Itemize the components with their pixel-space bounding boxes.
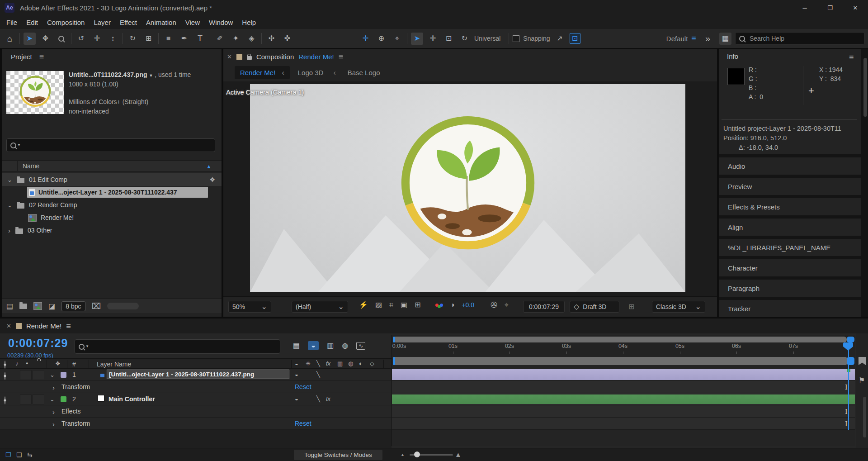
trash-icon[interactable]: ⌧ bbox=[92, 302, 101, 310]
tree-row-comp-render-me[interactable]: Render Me! bbox=[2, 211, 216, 224]
frame-blend-column-icon[interactable]: ▥ bbox=[337, 361, 343, 366]
twirl-icon[interactable]: › bbox=[52, 421, 55, 428]
universal-label[interactable]: Universal bbox=[474, 35, 500, 42]
property-group-label[interactable]: Transform bbox=[61, 420, 90, 427]
rectangle-tool[interactable]: ■ bbox=[162, 33, 175, 45]
composition-panel-menu-icon[interactable]: ≡ bbox=[339, 52, 344, 61]
resolution-dropdown[interactable]: (Half)⌄ bbox=[292, 301, 348, 313]
menu-item-effect[interactable]: Effect bbox=[115, 15, 142, 29]
home-button[interactable]: ⌂ bbox=[4, 33, 16, 45]
info-panel-menu-icon[interactable]: ≡ bbox=[849, 53, 854, 62]
workspace-menu-icon[interactable]: ≡ bbox=[691, 34, 696, 43]
new-folder-icon[interactable] bbox=[19, 304, 27, 309]
shy-column-icon[interactable]: ◒ bbox=[295, 361, 298, 366]
property-group-label[interactable]: Transform bbox=[61, 383, 90, 390]
playhead-head[interactable] bbox=[843, 342, 853, 351]
new-composition-icon[interactable] bbox=[33, 302, 42, 310]
timeline-search-input[interactable] bbox=[92, 343, 276, 351]
layer-name-column[interactable]: Layer Name bbox=[97, 361, 131, 368]
dolly-camera-tool[interactable]: ↕ bbox=[107, 33, 119, 45]
work-area-bar[interactable] bbox=[393, 357, 847, 365]
folder-expanded-icon[interactable]: ⌄ bbox=[7, 177, 12, 183]
collapse-column-icon[interactable]: ✳ bbox=[306, 361, 311, 366]
sort-ascending-icon[interactable]: ▲ bbox=[206, 164, 212, 169]
menu-item-edit[interactable]: Edit bbox=[22, 15, 42, 29]
view-axis-mode[interactable]: ⌖ bbox=[391, 33, 403, 45]
menu-item-composition[interactable]: Composition bbox=[42, 15, 89, 29]
panel-tab-align[interactable]: Align bbox=[719, 219, 861, 236]
quality-column-icon[interactable]: ╲ bbox=[316, 361, 320, 366]
panel-tab-libraries[interactable]: %DL_LIBRARIES_PANEL_NAME bbox=[719, 239, 861, 256]
zoom-tool[interactable] bbox=[55, 33, 67, 45]
panel-tab-audio[interactable]: Audio bbox=[719, 157, 861, 175]
project-search-input[interactable] bbox=[24, 142, 211, 149]
menu-item-window[interactable]: Window bbox=[204, 15, 237, 29]
orbit-camera-tool[interactable]: ↺ bbox=[75, 33, 87, 45]
clone-stamp-tool[interactable]: ✦ bbox=[230, 33, 242, 45]
video-column-icon[interactable] bbox=[5, 361, 5, 369]
reset-link[interactable]: Reset bbox=[295, 420, 311, 427]
footage-thumbnail[interactable] bbox=[6, 71, 64, 114]
menu-item-layer[interactable]: Layer bbox=[89, 15, 115, 29]
transparency-grid-icon[interactable]: ▨ bbox=[375, 301, 382, 309]
pan-behind-tool[interactable]: ⊞ bbox=[142, 33, 155, 45]
navigator-end-handle[interactable] bbox=[847, 337, 854, 342]
label-column-icon[interactable]: ❖ bbox=[55, 361, 61, 366]
track-row-layer-2[interactable] bbox=[392, 393, 855, 405]
layer-2-duration-bar[interactable] bbox=[392, 394, 855, 404]
sidebar-scrollbar[interactable] bbox=[863, 58, 867, 117]
fx-column-icon[interactable]: fx bbox=[326, 361, 330, 366]
track-row-transform-2[interactable]: I bbox=[392, 418, 855, 430]
layer-expand-icon[interactable]: ⌄ bbox=[50, 396, 55, 402]
panel-tab-character[interactable]: Character bbox=[719, 259, 861, 276]
composition-tab-comp-name[interactable]: Render Me! bbox=[298, 53, 334, 61]
breadcrumb-logo3d[interactable]: Logo 3D bbox=[298, 69, 324, 76]
breadcrumb-active-tab[interactable]: Render Me! ‹ bbox=[235, 66, 290, 79]
eye-icon[interactable] bbox=[5, 372, 5, 380]
eye-icon[interactable] bbox=[5, 396, 5, 404]
channels-icon[interactable] bbox=[435, 302, 443, 308]
snapshot-camera-icon[interactable]: ✇ bbox=[491, 301, 497, 309]
rulers-icon[interactable]: ⊞ bbox=[415, 301, 420, 309]
region-of-interest-icon[interactable]: ⌗ bbox=[389, 301, 393, 309]
layer-row-2[interactable]: ⌄ 2 Main Controller ◒ ╲ fx bbox=[0, 393, 392, 405]
workspace-settings-button[interactable]: ▦ bbox=[719, 33, 731, 45]
project-panel-menu-icon[interactable]: ≡ bbox=[39, 52, 44, 61]
zoom-out-mountain-icon[interactable]: ▲ bbox=[401, 453, 405, 457]
eraser-tool[interactable]: ◈ bbox=[245, 33, 258, 45]
comp-mini-flowchart-icon[interactable]: ▤ bbox=[293, 342, 300, 349]
expand-transfer-pane-icon[interactable]: ❐ bbox=[5, 451, 11, 458]
layer-quality-icon[interactable]: ╲ bbox=[316, 371, 320, 377]
minimize-button[interactable]: ─ bbox=[792, 0, 817, 15]
workspace-selector[interactable]: Default bbox=[666, 35, 688, 43]
layer-expand-icon[interactable]: ⌄ bbox=[50, 372, 55, 378]
frame-blend-toggle-icon[interactable]: ▥ bbox=[327, 342, 334, 349]
menu-item-view[interactable]: View bbox=[181, 15, 204, 29]
reset-link[interactable]: Reset bbox=[295, 383, 311, 390]
filename-dropdown-icon[interactable]: ▼ bbox=[149, 74, 153, 78]
tree-row-folder-01[interactable]: ⌄ 01 Edit Comp ❖ bbox=[2, 173, 222, 186]
layer-1-duration-bar[interactable] bbox=[392, 369, 855, 380]
timeline-tab-label[interactable]: Render Me! bbox=[26, 322, 61, 330]
folder-expanded-icon[interactable]: ⌄ bbox=[7, 202, 12, 208]
twirl-icon[interactable]: › bbox=[52, 384, 55, 391]
composition-tab-label[interactable]: Composition bbox=[256, 53, 294, 61]
project-panel-title[interactable]: Project bbox=[11, 53, 32, 61]
guides-options-icon[interactable]: ▣ bbox=[401, 301, 407, 309]
layer-label-color[interactable] bbox=[61, 396, 66, 402]
tree-row-folder-03[interactable]: › 03 Other bbox=[2, 224, 216, 237]
navigator-start-handle[interactable] bbox=[393, 337, 395, 342]
flowchart-icon[interactable]: ❖ bbox=[209, 176, 215, 183]
maximize-button[interactable]: ❐ bbox=[817, 0, 843, 15]
selection-tool[interactable]: ➤ bbox=[24, 33, 36, 45]
puppet-pin-tool[interactable]: ✜ bbox=[281, 33, 293, 45]
footage-filename[interactable]: Untitle...0T111022.437.png bbox=[69, 71, 147, 78]
panel-tab-paragraph[interactable]: Paragraph bbox=[719, 280, 861, 297]
folder-collapsed-icon[interactable]: › bbox=[8, 227, 10, 234]
show-snapshot-icon[interactable]: ⌖ bbox=[505, 301, 509, 309]
layer-name-selected[interactable]: [Untitl...oject-Layer 1 - 2025-08-30T111… bbox=[107, 370, 289, 379]
view-layout-grid-icon[interactable]: ⊞ bbox=[628, 303, 634, 310]
project-search-scope-icon[interactable]: ▼ bbox=[17, 143, 21, 147]
track-row-effects[interactable]: I bbox=[392, 405, 855, 418]
motion-blur-toggle-icon[interactable]: ◍ bbox=[342, 342, 348, 349]
